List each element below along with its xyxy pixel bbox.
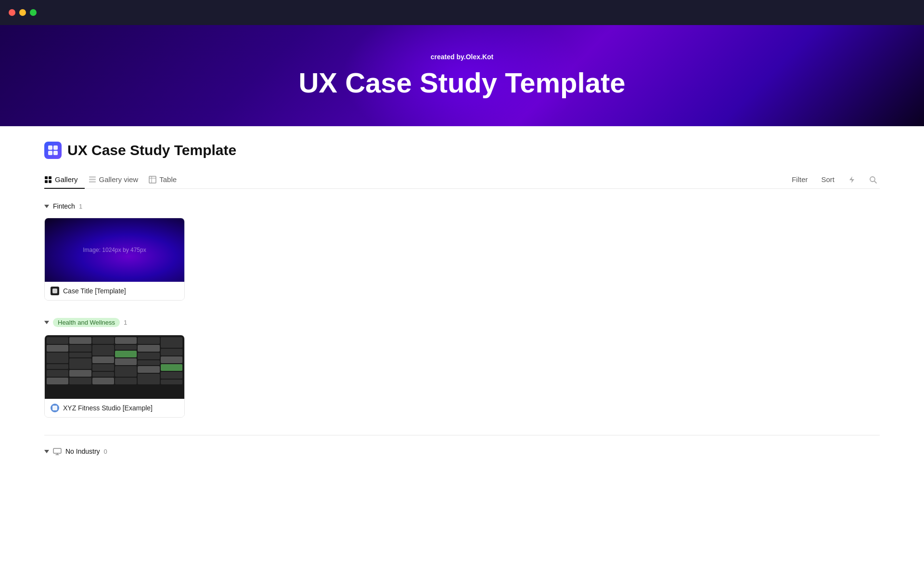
- minimize-button[interactable]: [19, 9, 26, 16]
- grid-icon: [48, 145, 58, 155]
- svg-rect-3: [49, 180, 51, 183]
- page-title: UX Case Study Template: [67, 142, 236, 158]
- card-thumb-fitness: [45, 335, 184, 399]
- search-button[interactable]: [866, 173, 880, 186]
- card-icon-fitness: [51, 404, 59, 412]
- group-no-industry: No Industry 0: [44, 447, 880, 456]
- svg-rect-0: [45, 176, 48, 179]
- card-xyz-fitness[interactable]: XYZ Fitness Studio [Example]: [44, 335, 185, 418]
- svg-rect-7: [149, 176, 156, 183]
- sort-button[interactable]: Sort: [818, 173, 837, 185]
- svg-rect-5: [89, 179, 96, 180]
- maximize-button[interactable]: [30, 9, 37, 16]
- group-no-industry-header[interactable]: No Industry 0: [44, 447, 880, 456]
- svg-rect-1: [49, 176, 51, 179]
- filter-button[interactable]: Filter: [789, 173, 810, 185]
- card-case-template[interactable]: Image: 1024px by 475px Case Title [Templ…: [44, 218, 185, 301]
- svg-rect-12: [53, 448, 61, 453]
- hero-title: UX Case Study Template: [298, 66, 625, 99]
- health-cards-row: XYZ Fitness Studio [Example]: [44, 335, 880, 418]
- chevron-down-icon-2: [44, 321, 49, 324]
- page-icon: [44, 142, 62, 159]
- page-header: UX Case Study Template: [44, 142, 880, 159]
- main-content: UX Case Study Template Gallery Gallery v…: [0, 126, 924, 502]
- search-icon: [869, 175, 877, 184]
- group-fintech: Fintech 1 Image: 1024px by 475px Case Ti…: [44, 202, 880, 301]
- grid-tab-icon: [44, 176, 52, 184]
- card-thumb-fintech: Image: 1024px by 475px: [45, 218, 184, 282]
- toolbar-right: Filter Sort: [789, 173, 880, 186]
- svg-line-11: [874, 181, 876, 183]
- tab-gallery-view[interactable]: Gallery view: [89, 171, 145, 188]
- tab-table[interactable]: Table: [149, 171, 183, 188]
- titlebar: [0, 0, 924, 25]
- group-health-header[interactable]: Health and Wellness 1: [44, 318, 880, 327]
- tab-gallery[interactable]: Gallery: [44, 171, 85, 188]
- section-separator: [44, 435, 880, 435]
- gallery-view-tab-icon: [89, 176, 96, 184]
- table-tab-icon: [149, 176, 156, 184]
- chevron-down-icon: [44, 205, 49, 208]
- lightning-icon: [847, 175, 856, 184]
- fintech-cards-row: Image: 1024px by 475px Case Title [Templ…: [44, 218, 880, 301]
- close-button[interactable]: [9, 9, 15, 16]
- monitor-icon: [53, 447, 62, 456]
- lightning-button[interactable]: [845, 173, 859, 186]
- group-health-wellness: Health and Wellness 1 XYZ Fi: [44, 318, 880, 418]
- svg-rect-2: [45, 180, 48, 183]
- card-footer-template: Case Title [Template]: [45, 282, 184, 300]
- svg-rect-6: [89, 181, 96, 183]
- chevron-down-icon-3: [44, 450, 49, 453]
- hero-banner: created by.Olex.Kot UX Case Study Templa…: [0, 25, 924, 126]
- group-fintech-header[interactable]: Fintech 1: [44, 202, 880, 210]
- card-footer-fitness: XYZ Fitness Studio [Example]: [45, 399, 184, 417]
- hero-credit: created by.Olex.Kot: [431, 53, 493, 61]
- card-icon-dark: [51, 287, 59, 295]
- tabs-bar: Gallery Gallery view Table Filter Sort: [44, 171, 880, 189]
- svg-rect-4: [89, 176, 96, 178]
